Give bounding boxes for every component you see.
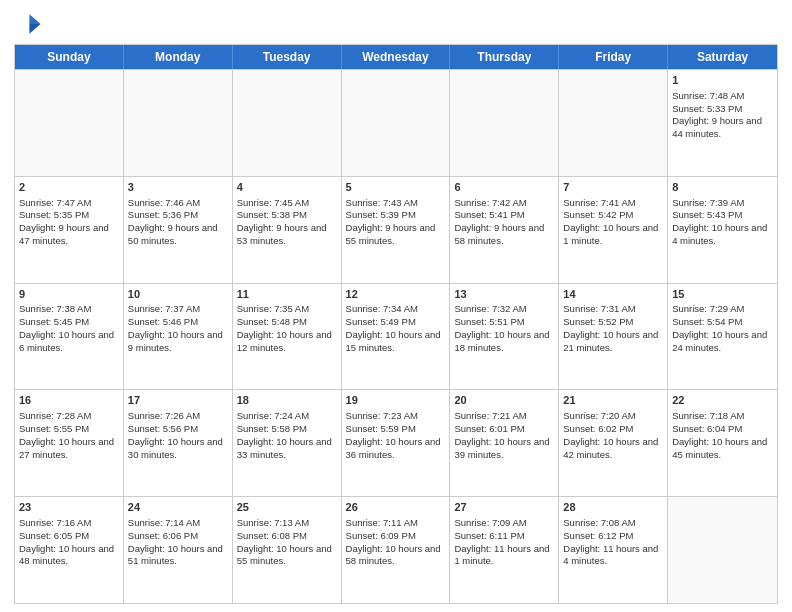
empty-cell-4-6: [668, 497, 777, 603]
calendar-row-1: 2Sunrise: 7:47 AM Sunset: 5:35 PM Daylig…: [15, 176, 777, 283]
day-number: 19: [346, 393, 446, 408]
day-info: Sunrise: 7:43 AM Sunset: 5:39 PM Dayligh…: [346, 197, 436, 246]
empty-cell-0-3: [342, 70, 451, 176]
day-cell-26: 26Sunrise: 7:11 AM Sunset: 6:09 PM Dayli…: [342, 497, 451, 603]
day-info: Sunrise: 7:29 AM Sunset: 5:54 PM Dayligh…: [672, 303, 767, 352]
day-info: Sunrise: 7:48 AM Sunset: 5:33 PM Dayligh…: [672, 90, 762, 139]
day-cell-20: 20Sunrise: 7:21 AM Sunset: 6:01 PM Dayli…: [450, 390, 559, 496]
day-info: Sunrise: 7:16 AM Sunset: 6:05 PM Dayligh…: [19, 517, 114, 566]
day-info: Sunrise: 7:20 AM Sunset: 6:02 PM Dayligh…: [563, 410, 658, 459]
day-info: Sunrise: 7:34 AM Sunset: 5:49 PM Dayligh…: [346, 303, 441, 352]
page: SundayMondayTuesdayWednesdayThursdayFrid…: [0, 0, 792, 612]
day-cell-7: 7Sunrise: 7:41 AM Sunset: 5:42 PM Daylig…: [559, 177, 668, 283]
header: [14, 10, 778, 38]
day-number: 25: [237, 500, 337, 515]
calendar: SundayMondayTuesdayWednesdayThursdayFrid…: [14, 44, 778, 604]
day-info: Sunrise: 7:18 AM Sunset: 6:04 PM Dayligh…: [672, 410, 767, 459]
day-info: Sunrise: 7:21 AM Sunset: 6:01 PM Dayligh…: [454, 410, 549, 459]
day-number: 28: [563, 500, 663, 515]
day-info: Sunrise: 7:24 AM Sunset: 5:58 PM Dayligh…: [237, 410, 332, 459]
empty-cell-0-5: [559, 70, 668, 176]
day-number: 11: [237, 287, 337, 302]
day-info: Sunrise: 7:23 AM Sunset: 5:59 PM Dayligh…: [346, 410, 441, 459]
day-cell-18: 18Sunrise: 7:24 AM Sunset: 5:58 PM Dayli…: [233, 390, 342, 496]
day-info: Sunrise: 7:09 AM Sunset: 6:11 PM Dayligh…: [454, 517, 549, 566]
weekday-header-saturday: Saturday: [668, 45, 777, 69]
day-cell-3: 3Sunrise: 7:46 AM Sunset: 5:36 PM Daylig…: [124, 177, 233, 283]
day-cell-28: 28Sunrise: 7:08 AM Sunset: 6:12 PM Dayli…: [559, 497, 668, 603]
day-number: 10: [128, 287, 228, 302]
day-number: 20: [454, 393, 554, 408]
day-cell-13: 13Sunrise: 7:32 AM Sunset: 5:51 PM Dayli…: [450, 284, 559, 390]
day-info: Sunrise: 7:37 AM Sunset: 5:46 PM Dayligh…: [128, 303, 223, 352]
day-number: 26: [346, 500, 446, 515]
day-info: Sunrise: 7:08 AM Sunset: 6:12 PM Dayligh…: [563, 517, 658, 566]
day-cell-6: 6Sunrise: 7:42 AM Sunset: 5:41 PM Daylig…: [450, 177, 559, 283]
day-number: 9: [19, 287, 119, 302]
day-info: Sunrise: 7:32 AM Sunset: 5:51 PM Dayligh…: [454, 303, 549, 352]
day-number: 4: [237, 180, 337, 195]
day-cell-1: 1Sunrise: 7:48 AM Sunset: 5:33 PM Daylig…: [668, 70, 777, 176]
day-cell-15: 15Sunrise: 7:29 AM Sunset: 5:54 PM Dayli…: [668, 284, 777, 390]
empty-cell-0-2: [233, 70, 342, 176]
calendar-row-0: 1Sunrise: 7:48 AM Sunset: 5:33 PM Daylig…: [15, 69, 777, 176]
day-info: Sunrise: 7:38 AM Sunset: 5:45 PM Dayligh…: [19, 303, 114, 352]
day-number: 6: [454, 180, 554, 195]
logo-icon: [14, 10, 42, 38]
day-number: 18: [237, 393, 337, 408]
calendar-row-3: 16Sunrise: 7:28 AM Sunset: 5:55 PM Dayli…: [15, 389, 777, 496]
logo: [14, 10, 46, 38]
weekday-header-monday: Monday: [124, 45, 233, 69]
day-cell-14: 14Sunrise: 7:31 AM Sunset: 5:52 PM Dayli…: [559, 284, 668, 390]
day-cell-12: 12Sunrise: 7:34 AM Sunset: 5:49 PM Dayli…: [342, 284, 451, 390]
day-info: Sunrise: 7:11 AM Sunset: 6:09 PM Dayligh…: [346, 517, 441, 566]
day-number: 17: [128, 393, 228, 408]
day-number: 1: [672, 73, 773, 88]
day-cell-27: 27Sunrise: 7:09 AM Sunset: 6:11 PM Dayli…: [450, 497, 559, 603]
day-cell-25: 25Sunrise: 7:13 AM Sunset: 6:08 PM Dayli…: [233, 497, 342, 603]
day-cell-11: 11Sunrise: 7:35 AM Sunset: 5:48 PM Dayli…: [233, 284, 342, 390]
day-info: Sunrise: 7:42 AM Sunset: 5:41 PM Dayligh…: [454, 197, 544, 246]
day-info: Sunrise: 7:45 AM Sunset: 5:38 PM Dayligh…: [237, 197, 327, 246]
day-info: Sunrise: 7:31 AM Sunset: 5:52 PM Dayligh…: [563, 303, 658, 352]
day-info: Sunrise: 7:14 AM Sunset: 6:06 PM Dayligh…: [128, 517, 223, 566]
day-number: 27: [454, 500, 554, 515]
day-cell-16: 16Sunrise: 7:28 AM Sunset: 5:55 PM Dayli…: [15, 390, 124, 496]
empty-cell-0-1: [124, 70, 233, 176]
day-info: Sunrise: 7:47 AM Sunset: 5:35 PM Dayligh…: [19, 197, 109, 246]
day-cell-24: 24Sunrise: 7:14 AM Sunset: 6:06 PM Dayli…: [124, 497, 233, 603]
weekday-header-tuesday: Tuesday: [233, 45, 342, 69]
day-info: Sunrise: 7:35 AM Sunset: 5:48 PM Dayligh…: [237, 303, 332, 352]
day-number: 5: [346, 180, 446, 195]
calendar-header: SundayMondayTuesdayWednesdayThursdayFrid…: [15, 45, 777, 69]
svg-marker-1: [29, 24, 40, 34]
day-cell-10: 10Sunrise: 7:37 AM Sunset: 5:46 PM Dayli…: [124, 284, 233, 390]
day-cell-19: 19Sunrise: 7:23 AM Sunset: 5:59 PM Dayli…: [342, 390, 451, 496]
calendar-row-2: 9Sunrise: 7:38 AM Sunset: 5:45 PM Daylig…: [15, 283, 777, 390]
day-number: 12: [346, 287, 446, 302]
day-number: 8: [672, 180, 773, 195]
day-info: Sunrise: 7:41 AM Sunset: 5:42 PM Dayligh…: [563, 197, 658, 246]
day-number: 14: [563, 287, 663, 302]
day-number: 23: [19, 500, 119, 515]
calendar-row-4: 23Sunrise: 7:16 AM Sunset: 6:05 PM Dayli…: [15, 496, 777, 603]
day-number: 13: [454, 287, 554, 302]
calendar-body: 1Sunrise: 7:48 AM Sunset: 5:33 PM Daylig…: [15, 69, 777, 603]
day-cell-23: 23Sunrise: 7:16 AM Sunset: 6:05 PM Dayli…: [15, 497, 124, 603]
weekday-header-wednesday: Wednesday: [342, 45, 451, 69]
day-number: 2: [19, 180, 119, 195]
day-info: Sunrise: 7:28 AM Sunset: 5:55 PM Dayligh…: [19, 410, 114, 459]
day-info: Sunrise: 7:26 AM Sunset: 5:56 PM Dayligh…: [128, 410, 223, 459]
day-cell-9: 9Sunrise: 7:38 AM Sunset: 5:45 PM Daylig…: [15, 284, 124, 390]
day-number: 7: [563, 180, 663, 195]
day-info: Sunrise: 7:39 AM Sunset: 5:43 PM Dayligh…: [672, 197, 767, 246]
day-cell-5: 5Sunrise: 7:43 AM Sunset: 5:39 PM Daylig…: [342, 177, 451, 283]
day-cell-8: 8Sunrise: 7:39 AM Sunset: 5:43 PM Daylig…: [668, 177, 777, 283]
day-number: 3: [128, 180, 228, 195]
weekday-header-sunday: Sunday: [15, 45, 124, 69]
day-number: 15: [672, 287, 773, 302]
day-number: 21: [563, 393, 663, 408]
empty-cell-0-0: [15, 70, 124, 176]
svg-marker-0: [29, 14, 40, 24]
day-number: 22: [672, 393, 773, 408]
